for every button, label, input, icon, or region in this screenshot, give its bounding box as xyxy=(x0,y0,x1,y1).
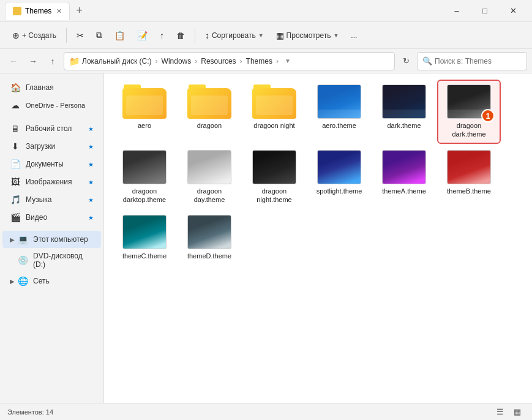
sidebar-item-thispc[interactable]: ▶ 💻 Этот компьютер xyxy=(2,231,101,248)
sidebar-item-music[interactable]: 🎵 Музыка ★ xyxy=(2,191,101,208)
desktop-pin-icon: ★ xyxy=(88,126,94,132)
list-item[interactable]: themeB.theme xyxy=(438,146,500,208)
list-item[interactable]: spotlight.theme xyxy=(309,146,370,208)
theme-file-icon-spotlight xyxy=(317,150,361,184)
search-icon: 🔍 xyxy=(422,56,432,66)
sidebar-item-documents[interactable]: 📄 Документы ★ xyxy=(2,156,101,173)
forward-button[interactable]: → xyxy=(24,53,42,70)
sidebar-thispc-label: Этот компьютер xyxy=(33,235,88,244)
path-part-3[interactable]: Resources xyxy=(201,57,236,66)
maximize-button[interactable]: □ xyxy=(471,0,499,22)
list-item[interactable]: themeD.theme xyxy=(179,211,240,264)
folder-icon-dragoon-night xyxy=(252,84,296,119)
status-items-label: Элементов: 14 xyxy=(7,408,53,416)
sidebar: 🏠 Главная ☁ OneDrive - Persona 🖥 Рабочий… xyxy=(0,73,104,403)
cut-button[interactable]: ✂ xyxy=(72,26,89,45)
path-separator-1: › xyxy=(155,57,158,66)
list-item[interactable]: dragoon xyxy=(179,81,240,143)
video-pin-icon: ★ xyxy=(88,214,94,221)
sidebar-onedrive-label: OneDrive - Persona xyxy=(26,102,85,109)
file-name: dragoon day.theme xyxy=(181,187,238,204)
list-item[interactable]: 1 dragoon dark.theme xyxy=(438,81,500,143)
search-box[interactable]: 🔍 xyxy=(417,52,527,70)
share-icon: ↑ xyxy=(160,31,164,40)
theme-file-icon-aero xyxy=(317,84,361,119)
downloads-icon: ⬇ xyxy=(10,141,21,152)
new-tab-button[interactable]: + xyxy=(72,4,86,17)
tab-close-icon[interactable]: ✕ xyxy=(56,7,62,15)
sidebar-item-network[interactable]: ▶ 🌐 Сеть xyxy=(2,272,101,290)
images-pin-icon: ★ xyxy=(88,179,94,186)
path-dropdown-button[interactable]: ▼ xyxy=(285,58,291,64)
more-button[interactable]: ... xyxy=(346,26,362,45)
file-name: themeB.theme xyxy=(447,187,491,195)
file-grid: aero dragoon dragoon night xyxy=(114,81,522,264)
view-dropdown-icon: ▼ xyxy=(333,32,339,39)
title-bar: Themes ✕ + – □ ✕ xyxy=(0,0,532,22)
tab-themes[interactable]: Themes ✕ xyxy=(5,2,70,20)
refresh-button[interactable]: ↻ xyxy=(397,53,414,70)
dragoon-dark-theme-wrap: 1 xyxy=(447,84,491,119)
sidebar-downloads-label: Загрузки xyxy=(26,142,55,151)
file-name: dragoon night xyxy=(253,121,294,130)
list-item[interactable]: dragoon night.theme xyxy=(244,146,305,208)
path-part-4[interactable]: Themes xyxy=(246,57,272,66)
grid-view-button[interactable]: ▦ xyxy=(510,405,525,419)
list-view-button[interactable]: ☰ xyxy=(493,405,508,419)
paste-button[interactable]: 📋 xyxy=(110,26,130,45)
toolbar: ⊕ + Создать ✂ ⧉ 📋 📝 ↑ 🗑 ↕ Сортировать ▼ … xyxy=(0,22,532,49)
theme-file-icon-dragoon-day xyxy=(187,150,231,184)
path-part-1[interactable]: Локальный диск (C:) xyxy=(82,57,152,66)
list-item[interactable]: aero.theme xyxy=(309,81,370,143)
list-item[interactable]: themeA.theme xyxy=(373,146,435,208)
window-controls: – □ ✕ xyxy=(443,0,527,22)
list-item[interactable]: dragoon day.theme xyxy=(179,146,240,208)
sidebar-item-video[interactable]: 🎬 Видео ★ xyxy=(2,209,101,226)
list-item[interactable]: dark.theme xyxy=(373,81,435,143)
sidebar-item-desktop[interactable]: 🖥 Рабочий стол ★ xyxy=(2,120,101,137)
close-button[interactable]: ✕ xyxy=(499,0,527,22)
sidebar-images-label: Изображения xyxy=(26,178,72,186)
thispc-expand-icon[interactable]: ▶ xyxy=(10,236,15,243)
sidebar-item-downloads[interactable]: ⬇ Загрузки ★ xyxy=(2,138,101,155)
list-item[interactable]: aero xyxy=(114,81,175,143)
list-item[interactable]: dragoon night xyxy=(244,81,305,143)
rename-icon: 📝 xyxy=(137,31,148,40)
cut-icon: ✂ xyxy=(77,31,84,40)
status-bar: Элементов: 14 ☰ ▦ xyxy=(0,403,532,420)
file-name: spotlight.theme xyxy=(317,187,362,195)
copy-button[interactable]: ⧉ xyxy=(91,26,107,45)
minimize-button[interactable]: – xyxy=(443,0,471,22)
share-button[interactable]: ↑ xyxy=(155,26,169,45)
theme-file-icon-dragoon-night xyxy=(252,150,296,184)
network-expand-icon[interactable]: ▶ xyxy=(10,278,15,285)
sidebar-item-dvd[interactable]: 💿 DVD-дисковод (D:) xyxy=(2,249,101,272)
video-icon: 🎬 xyxy=(10,212,21,223)
back-button[interactable]: ← xyxy=(5,53,22,70)
up-button[interactable]: ↑ xyxy=(44,53,61,70)
theme-file-icon-dragoon-darktop xyxy=(122,150,167,184)
music-pin-icon: ★ xyxy=(88,197,94,203)
sidebar-desktop-label: Рабочий стол xyxy=(26,124,72,133)
delete-button[interactable]: 🗑 xyxy=(171,26,190,45)
path-part-2[interactable]: Windows xyxy=(162,57,192,66)
view-button[interactable]: ▦ Просмотреть ▼ xyxy=(271,26,344,45)
search-input[interactable] xyxy=(435,57,522,66)
file-name: themeD.theme xyxy=(187,252,231,260)
list-item[interactable]: themeC.theme xyxy=(114,211,175,264)
toolbar-separator-2 xyxy=(195,28,195,43)
sidebar-item-images[interactable]: 🖼 Изображения ★ xyxy=(2,173,101,190)
list-item[interactable]: dragoon darktop.theme xyxy=(114,146,175,208)
file-name: themeA.theme xyxy=(382,187,426,195)
paste-icon: 📋 xyxy=(114,31,125,40)
address-path[interactable]: 📁 Локальный диск (C:) › Windows › Resour… xyxy=(64,52,395,70)
sidebar-item-home[interactable]: 🏠 Главная xyxy=(2,79,101,96)
documents-icon: 📄 xyxy=(10,159,21,170)
rename-button[interactable]: 📝 xyxy=(132,26,152,45)
sidebar-item-onedrive[interactable]: ☁ OneDrive - Persona xyxy=(2,97,101,114)
sort-button[interactable]: ↕ Сортировать ▼ xyxy=(200,26,269,45)
view-icon: ▦ xyxy=(276,31,284,40)
tab-strip: Themes ✕ + xyxy=(5,2,86,20)
create-icon: ⊕ xyxy=(12,31,20,40)
create-button[interactable]: ⊕ + Создать xyxy=(7,26,61,45)
